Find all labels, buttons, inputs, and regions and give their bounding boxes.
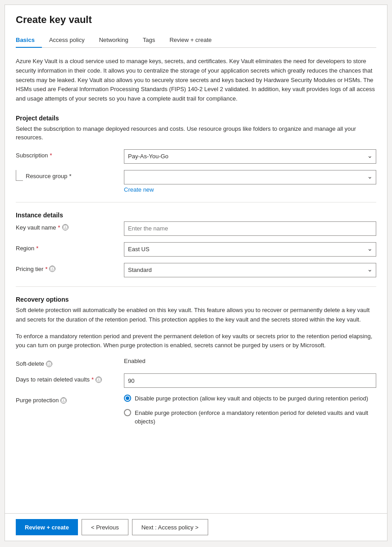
resource-group-dropdown[interactable] — [124, 170, 376, 184]
tab-access-policy[interactable]: Access policy — [42, 33, 92, 48]
subscription-label: Subscription * — [16, 149, 124, 159]
purge-disable-option[interactable]: Disable purge protection (allow key vaul… — [124, 394, 376, 403]
subscription-required: * — [50, 152, 52, 159]
purge-protection-info-icon[interactable]: ⓘ — [60, 397, 67, 404]
previous-button[interactable]: < Previous — [82, 519, 128, 535]
soft-delete-label: Soft-delete ⓘ — [16, 358, 124, 367]
soft-delete-info-icon[interactable]: ⓘ — [46, 361, 52, 367]
key-vault-name-control — [124, 221, 376, 236]
recovery-options-title: Recovery options — [16, 296, 376, 303]
resource-group-control: Create new — [124, 170, 376, 193]
pricing-tier-label: Pricing tier * ⓘ — [16, 263, 124, 272]
purge-protection-label: Purge protection ⓘ — [16, 394, 124, 404]
key-vault-name-label: Key vault name * ⓘ — [16, 221, 124, 231]
region-dropdown-wrapper: East US West US Central US East US 2 — [124, 242, 376, 257]
pricing-tier-dropdown-wrapper: Standard Premium — [124, 263, 376, 277]
purge-protection-control: Disable purge protection (allow key vaul… — [124, 394, 376, 426]
project-details-title: Project details — [16, 115, 376, 122]
tab-tags[interactable]: Tags — [136, 33, 162, 48]
tab-bar: Basics Access policy Networking Tags Rev… — [16, 33, 376, 48]
days-retain-label: Days to retain deleted vaults * ⓘ — [16, 373, 124, 383]
pricing-tier-info-icon[interactable]: ⓘ — [49, 266, 55, 272]
instance-details-title: Instance details — [16, 211, 376, 219]
purge-protection-radio-group: Disable purge protection (allow key vaul… — [124, 394, 376, 426]
resource-group-dropdown-wrapper — [124, 170, 376, 184]
purge-disable-label: Disable purge protection (allow key vaul… — [135, 394, 368, 403]
days-retain-control — [124, 373, 376, 388]
review-create-button[interactable]: Review + create — [16, 519, 78, 535]
pricing-tier-control: Standard Premium — [124, 263, 376, 277]
key-vault-name-info-icon[interactable]: ⓘ — [62, 224, 68, 230]
days-retain-input[interactable] — [124, 373, 376, 388]
next-button[interactable]: Next : Access policy > — [132, 519, 208, 535]
region-label: Region * — [16, 242, 124, 252]
indent-line — [16, 170, 23, 181]
resource-group-label: Resource group * — [26, 170, 72, 179]
purge-enable-option[interactable]: Enable purge protection (enforce a manda… — [124, 409, 376, 426]
soft-delete-value: Enabled — [124, 358, 376, 364]
subscription-dropdown-wrapper: Pay-As-You-Go — [124, 149, 376, 164]
pricing-tier-dropdown[interactable]: Standard Premium — [124, 263, 376, 277]
tab-basics[interactable]: Basics — [16, 33, 42, 48]
resource-group-label-area: Resource group * — [16, 170, 124, 181]
purge-enable-label: Enable purge protection (enforce a manda… — [135, 409, 376, 426]
tab-networking[interactable]: Networking — [92, 33, 136, 48]
subscription-control: Pay-As-You-Go — [124, 149, 376, 164]
project-details-description: Select the subscription to manage deploy… — [16, 124, 376, 142]
subscription-dropdown[interactable]: Pay-As-You-Go — [124, 149, 376, 164]
purge-enable-radio[interactable] — [124, 409, 131, 416]
region-dropdown[interactable]: East US West US Central US East US 2 — [124, 242, 376, 257]
region-control: East US West US Central US East US 2 — [124, 242, 376, 257]
intro-description: Azure Key Vault is a cloud service used … — [16, 57, 376, 104]
days-retain-info-icon[interactable]: ⓘ — [96, 377, 102, 383]
purge-disable-radio[interactable] — [124, 395, 131, 402]
key-vault-name-input[interactable] — [124, 221, 376, 236]
create-new-resource-group[interactable]: Create new — [124, 186, 376, 193]
footer: Review + create < Previous Next : Access… — [5, 513, 387, 541]
purge-protection-description: To enforce a mandatory retention period … — [16, 332, 376, 351]
soft-delete-description: Soft delete protection will automaticall… — [16, 306, 376, 325]
page-title: Create key vault — [16, 14, 376, 26]
tab-review-create[interactable]: Review + create — [162, 33, 219, 48]
resource-group-required: * — [69, 173, 72, 179]
